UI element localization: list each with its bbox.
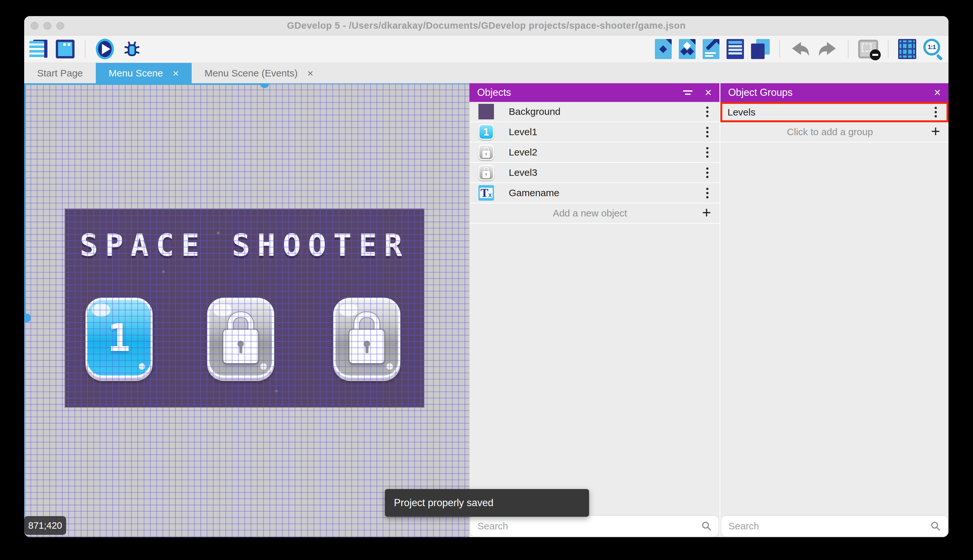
titlebar: GDevelop 5 - /Users/dkarakay/Documents/G…: [24, 16, 948, 35]
star-decoration: [343, 248, 345, 251]
star-decoration: [162, 270, 165, 273]
objects-editor-icon[interactable]: [655, 39, 672, 59]
close-panel-icon[interactable]: ×: [705, 87, 712, 98]
level2-button-instance[interactable]: [207, 298, 274, 378]
objects-panel: Objects × Background 1 Level1: [470, 83, 720, 537]
cursor-coordinates-badge: 871;420: [24, 516, 66, 535]
object-thumbnail-gamename: T x: [478, 185, 494, 201]
scene-canvas[interactable]: SPACE SHOOTER 1: [24, 83, 470, 537]
selection-top-edge: [24, 83, 265, 85]
objects-panel-empty-area: [470, 224, 720, 516]
lock-icon: [482, 147, 490, 158]
object-groups-panel-header: Object Groups ×: [720, 83, 948, 102]
object-menu-icon[interactable]: [702, 165, 713, 180]
lock-icon: [482, 167, 490, 178]
selection-left-edge-faded: [24, 318, 26, 537]
group-row-levels[interactable]: Levels: [720, 102, 948, 122]
group-menu-icon[interactable]: [930, 105, 941, 119]
filter-icon[interactable]: [683, 88, 694, 97]
object-groups-panel: Object Groups × Levels Click to add a gr…: [720, 83, 948, 537]
project-manager-icon[interactable]: [29, 39, 48, 59]
level1-button-instance[interactable]: 1: [85, 298, 153, 378]
layers-icon[interactable]: [751, 39, 770, 59]
lock-icon: [349, 312, 384, 363]
toolbar-divider: [888, 40, 888, 58]
selection-top-edge-faded: [265, 83, 470, 85]
add-new-object-button[interactable]: Add a new object +: [470, 203, 720, 224]
object-menu-icon[interactable]: [702, 186, 713, 200]
tab-label: Start Page: [37, 68, 83, 79]
object-thumbnail-level1: 1: [478, 124, 494, 140]
debug-bug-icon[interactable]: [122, 40, 142, 58]
objects-panel-header: Objects ×: [470, 83, 720, 102]
selection-top-handle[interactable]: [260, 83, 269, 88]
object-menu-icon[interactable]: [702, 105, 713, 119]
object-thumbnail-level2: [478, 145, 494, 160]
star-decoration: [217, 232, 220, 235]
tab-menu-scene[interactable]: Menu Scene ×: [96, 63, 192, 83]
traffic-lights: [31, 16, 64, 35]
object-row-level3[interactable]: Level3: [470, 163, 720, 183]
objects-search-input[interactable]: [477, 520, 701, 532]
zoom-reset-label: 1:1: [923, 39, 940, 55]
toolbar-divider: [780, 40, 780, 58]
grid-toggle-icon[interactable]: [898, 39, 916, 59]
object-row-background[interactable]: Background: [470, 102, 720, 122]
toolbar: 1:1: [24, 35, 948, 63]
object-row-gamename[interactable]: T x Gamename: [470, 183, 720, 203]
add-group-button[interactable]: Click to add a group +: [720, 122, 948, 143]
group-name: Levels: [728, 107, 756, 118]
close-tab-icon[interactable]: ×: [307, 68, 313, 78]
object-row-level1[interactable]: 1 Level1: [470, 122, 720, 143]
toolbar-divider: [85, 40, 85, 58]
tab-label: Menu Scene (Events): [205, 68, 297, 79]
window-title: GDevelop 5 - /Users/dkarakay/Documents/G…: [24, 20, 948, 31]
objects-panel-title: Objects: [477, 87, 511, 98]
groups-panel-empty-area: [720, 143, 948, 516]
minimize-window-button[interactable]: [43, 22, 51, 30]
object-name: Level3: [509, 167, 537, 178]
objects-search-box[interactable]: [470, 516, 718, 536]
close-panel-icon[interactable]: ×: [934, 87, 941, 98]
object-thumbnail-background: [478, 104, 494, 119]
object-name: Gamename: [509, 187, 560, 198]
object-row-level2[interactable]: Level2: [470, 143, 720, 163]
add-object-label: Add a new object: [478, 208, 702, 219]
tab-bar: Start Page Menu Scene × Menu Scene (Even…: [24, 63, 948, 83]
properties-icon[interactable]: [703, 39, 720, 59]
lock-icon: [223, 312, 258, 363]
close-window-button[interactable]: [31, 22, 38, 30]
game-title-text[interactable]: SPACE SHOOTER: [65, 228, 424, 263]
gdevelop-window: GDevelop 5 - /Users/dkarakay/Documents/G…: [24, 16, 948, 537]
object-thumbnail-level3: [478, 165, 494, 180]
object-groups-editor-icon[interactable]: [679, 39, 696, 59]
selection-left-handle[interactable]: [24, 313, 31, 322]
object-name: Background: [509, 106, 560, 117]
tab-start-page[interactable]: Start Page: [24, 63, 96, 83]
groups-search-input[interactable]: [728, 520, 930, 532]
selection-left-edge: [24, 83, 26, 318]
instances-list-icon[interactable]: [726, 39, 744, 59]
maximize-window-button[interactable]: [57, 22, 64, 30]
preview-play-icon[interactable]: [96, 39, 114, 59]
object-menu-icon[interactable]: [702, 125, 713, 139]
close-tab-icon[interactable]: ×: [173, 68, 179, 78]
redo-icon[interactable]: [818, 40, 838, 58]
groups-search-box[interactable]: [721, 516, 948, 536]
scene-window-icon[interactable]: [56, 40, 75, 58]
save-toast: Project properly saved: [385, 489, 589, 517]
search-icon: [701, 521, 712, 532]
object-groups-panel-title: Object Groups: [728, 87, 793, 98]
level1-number: 1: [107, 315, 130, 360]
toolbar-divider: [848, 40, 848, 58]
level3-button-instance[interactable]: [333, 298, 400, 378]
tab-menu-scene-events[interactable]: Menu Scene (Events) ×: [192, 63, 326, 83]
object-menu-icon[interactable]: [702, 145, 713, 160]
objects-search-row: [470, 516, 720, 537]
object-name: Level2: [509, 147, 537, 158]
mask-toggle-icon[interactable]: [858, 40, 878, 58]
undo-icon[interactable]: [790, 40, 810, 58]
zoom-reset-icon[interactable]: 1:1: [923, 39, 943, 59]
game-background-instance[interactable]: SPACE SHOOTER 1: [65, 209, 424, 407]
groups-search-row: [720, 516, 948, 537]
